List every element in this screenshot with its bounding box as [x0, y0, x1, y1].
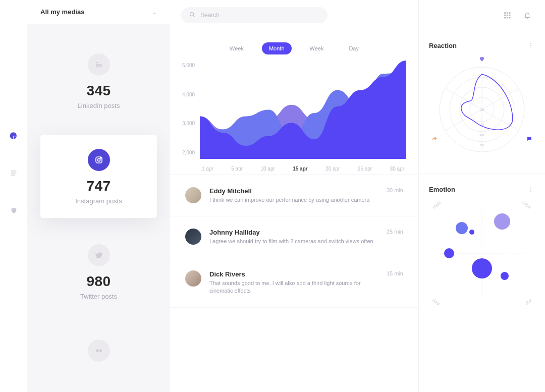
- svg-point-33: [501, 272, 509, 280]
- activity-chart: Week Month Week Day 5,000 4,000 3,000 2,…: [170, 30, 418, 175]
- emotion-scatter: [429, 200, 535, 306]
- stat-card-linkedin[interactable]: 345 LinkedIn posts: [40, 39, 157, 123]
- nav-analytics[interactable]: [9, 131, 18, 140]
- twitter-icon: [88, 244, 110, 266]
- feed-time: 30 min: [387, 187, 403, 193]
- svg-point-5: [190, 13, 194, 16]
- svg-point-29: [469, 230, 474, 235]
- chart-y-axis: 5,000 4,000 3,000 2,000: [182, 61, 195, 157]
- stat-label: Twitter posts: [49, 293, 148, 300]
- share-icon: [431, 135, 438, 142]
- media-dropdown[interactable]: All my medias ⌄: [27, 0, 170, 24]
- svg-text:40: 40: [480, 133, 484, 137]
- feed-text: I think we can improve our performance b…: [209, 196, 378, 204]
- stat-value: 980: [49, 273, 148, 290]
- apps-icon[interactable]: [501, 9, 514, 22]
- svg-point-30: [494, 213, 510, 230]
- svg-text:20: 20: [480, 107, 484, 112]
- feed-item[interactable]: Dick Rivers That sounds good to me. I wi…: [170, 258, 418, 308]
- more-icon[interactable]: ⋮: [527, 185, 535, 193]
- stat-card-more[interactable]: [40, 325, 157, 382]
- svg-rect-6: [504, 12, 506, 14]
- stat-label: LinkedIn posts: [49, 102, 148, 109]
- feed-time: 15 min: [387, 270, 403, 276]
- reaction-radar: 20 30 40 50: [429, 57, 535, 162]
- svg-rect-12: [504, 17, 506, 19]
- feed-text: That sounds good to me. I will also add …: [209, 279, 378, 295]
- stat-value: 345: [49, 83, 148, 99]
- period-tab-week[interactable]: Week: [223, 42, 251, 54]
- svg-rect-10: [507, 15, 508, 16]
- comment-feed: Eddy Mitchell I think we can improve our…: [170, 175, 418, 392]
- stat-card-instagram[interactable]: 747 Instagram posts: [40, 135, 157, 218]
- search-field[interactable]: [181, 7, 328, 23]
- emotion-title: Emotion: [429, 186, 455, 193]
- chat-icon: [526, 135, 533, 142]
- svg-rect-14: [509, 17, 511, 19]
- svg-text:50: 50: [480, 143, 484, 147]
- more-icon[interactable]: ⋮: [527, 41, 535, 49]
- svg-rect-9: [504, 15, 506, 16]
- stat-value: 747: [49, 178, 148, 194]
- heart-icon: [478, 55, 485, 63]
- avatar: [185, 270, 201, 287]
- search-input[interactable]: [200, 12, 319, 19]
- period-tab-week2[interactable]: Week: [303, 42, 331, 54]
- svg-rect-7: [507, 12, 508, 14]
- svg-point-3: [96, 349, 98, 352]
- svg-rect-13: [507, 17, 508, 19]
- feed-text: I agree we should try to film with 2 cam…: [209, 238, 378, 245]
- feed-author: Dick Rivers: [209, 270, 378, 278]
- feed-author: Eddy Mitchell: [209, 187, 378, 195]
- instagram-icon: [88, 149, 110, 171]
- nav-favorites[interactable]: [9, 206, 18, 215]
- bell-icon[interactable]: [521, 9, 534, 22]
- svg-rect-11: [509, 15, 511, 16]
- feed-item[interactable]: Johnny Halliday I agree we should try to…: [170, 216, 418, 258]
- chevron-down-icon: ⌄: [152, 9, 157, 16]
- avatar: [185, 229, 201, 245]
- nav-list[interactable]: [9, 169, 18, 178]
- feed-item[interactable]: Eddy Mitchell I think we can improve our…: [170, 175, 418, 216]
- linkedin-icon: [88, 53, 110, 76]
- chart-x-axis: 1 apr 5 apr 10 apr 15 apr 20 apr 25 apr …: [200, 161, 406, 172]
- reaction-panel: Reaction ⋮ 20 30 40 50: [419, 30, 545, 174]
- media-dropdown-label: All my medias: [40, 8, 84, 16]
- svg-point-31: [444, 248, 454, 258]
- svg-point-2: [100, 158, 101, 158]
- search-icon: [189, 11, 195, 20]
- svg-point-4: [99, 349, 101, 352]
- feed-author: Johnny Halliday: [209, 229, 378, 236]
- area-chart-svg: [200, 61, 406, 159]
- reaction-title: Reaction: [429, 42, 457, 49]
- period-tab-day[interactable]: Day: [342, 42, 366, 54]
- svg-point-1: [97, 158, 100, 161]
- svg-point-28: [456, 222, 468, 234]
- svg-rect-8: [509, 12, 511, 14]
- flickr-icon: [88, 340, 110, 362]
- stat-label: Instagram posts: [49, 197, 148, 205]
- svg-point-32: [472, 258, 492, 278]
- emotion-panel: Emotion ⋮ Hate Love Sad Joy: [419, 174, 545, 317]
- avatar: [185, 187, 201, 203]
- period-tab-month[interactable]: Month: [262, 42, 292, 54]
- stat-card-twitter[interactable]: 980 Twitter posts: [40, 230, 157, 313]
- feed-time: 25 min: [387, 229, 403, 235]
